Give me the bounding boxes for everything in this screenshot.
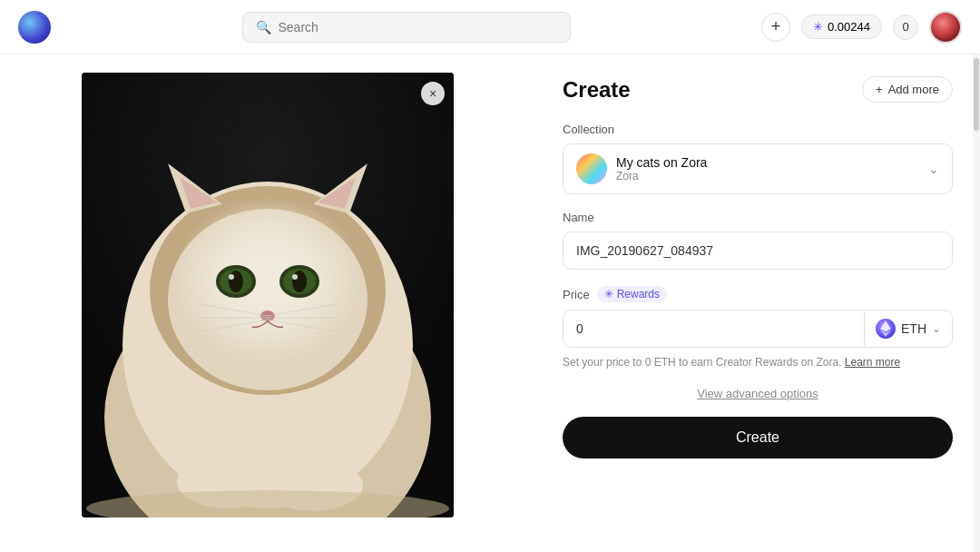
header-right: + ✳ 0.00244 0 — [761, 11, 962, 44]
eth-logo — [876, 319, 896, 339]
rewards-label: Rewards — [617, 288, 660, 301]
rewards-badge: ✳ Rewards — [597, 286, 667, 302]
collection-avatar — [576, 153, 607, 184]
header: 🔍 + ✳ 0.00244 0 — [0, 0, 980, 54]
collection-sub: Zora — [616, 170, 707, 182]
eth-balance-value: 0.00244 — [828, 20, 870, 34]
eth-currency-label: ETH — [901, 321, 926, 336]
collection-info: My cats on Zora Zora — [616, 155, 707, 182]
create-header: Create + Add more — [563, 76, 953, 103]
image-panel: × — [0, 54, 535, 552]
logo[interactable] — [18, 11, 51, 44]
close-image-button[interactable]: × — [421, 82, 445, 105]
search-icon: 🔍 — [256, 20, 271, 34]
add-button[interactable]: + — [761, 13, 790, 42]
search-bar[interactable]: 🔍 — [242, 12, 571, 43]
scrollbar[interactable] — [973, 54, 980, 552]
chevron-down-icon: ⌄ — [928, 162, 939, 176]
cat-image — [82, 73, 454, 518]
scrollbar-thumb — [974, 58, 979, 131]
avatar-image — [931, 13, 960, 42]
search-input[interactable] — [279, 20, 557, 34]
price-label: Price — [563, 288, 590, 301]
eth-currency-selector[interactable]: ETH ⌄ — [864, 311, 952, 346]
notification-count: 0 — [902, 20, 908, 34]
svg-point-15 — [229, 274, 234, 280]
notification-badge[interactable]: 0 — [893, 15, 918, 40]
svg-point-8 — [168, 209, 368, 390]
price-label-row: Price ✳ Rewards — [563, 286, 953, 302]
close-icon: × — [429, 86, 436, 101]
price-hint: Set your price to 0 ETH to earn Creator … — [563, 355, 953, 370]
collection-label: Collection — [563, 123, 953, 136]
name-label: Name — [563, 211, 953, 224]
add-more-button[interactable]: + Add more — [862, 76, 953, 103]
svg-point-14 — [292, 271, 307, 292]
advanced-options-link[interactable]: View advanced options — [563, 387, 953, 400]
collection-name: My cats on Zora — [616, 155, 707, 170]
add-more-label: Add more — [888, 83, 939, 96]
price-hint-text: Set your price to 0 ETH to earn Creator … — [563, 356, 841, 369]
name-section: Name — [563, 211, 953, 270]
learn-more-link[interactable]: Learn more — [845, 356, 900, 369]
collection-left: My cats on Zora Zora — [576, 153, 707, 184]
svg-point-16 — [292, 274, 298, 280]
create-button[interactable]: Create — [563, 417, 953, 458]
plus-icon: + — [771, 17, 781, 36]
main-content: × Create + Add more Collection My cats o… — [0, 54, 980, 552]
header-left — [18, 11, 51, 44]
price-input-row: ETH ⌄ — [563, 310, 953, 348]
create-panel: Create + Add more Collection My cats on … — [535, 54, 980, 552]
image-container: × — [82, 73, 454, 518]
collection-dropdown[interactable]: My cats on Zora Zora ⌄ — [563, 143, 953, 194]
rewards-star-icon: ✳ — [604, 288, 613, 301]
zora-star-icon: ✳ — [813, 20, 823, 34]
price-section: Price ✳ Rewards ETH ⌄ — [563, 286, 953, 370]
page-title: Create — [563, 77, 631, 103]
avatar[interactable] — [929, 11, 962, 44]
eth-balance-display[interactable]: ✳ 0.00244 — [801, 15, 882, 39]
add-more-icon: + — [876, 83, 883, 96]
eth-chevron-icon: ⌄ — [932, 322, 941, 335]
name-input[interactable] — [563, 232, 953, 270]
collection-section: Collection My cats on Zora Zora ⌄ — [563, 123, 953, 194]
price-input[interactable] — [564, 310, 864, 347]
svg-point-13 — [229, 271, 243, 292]
